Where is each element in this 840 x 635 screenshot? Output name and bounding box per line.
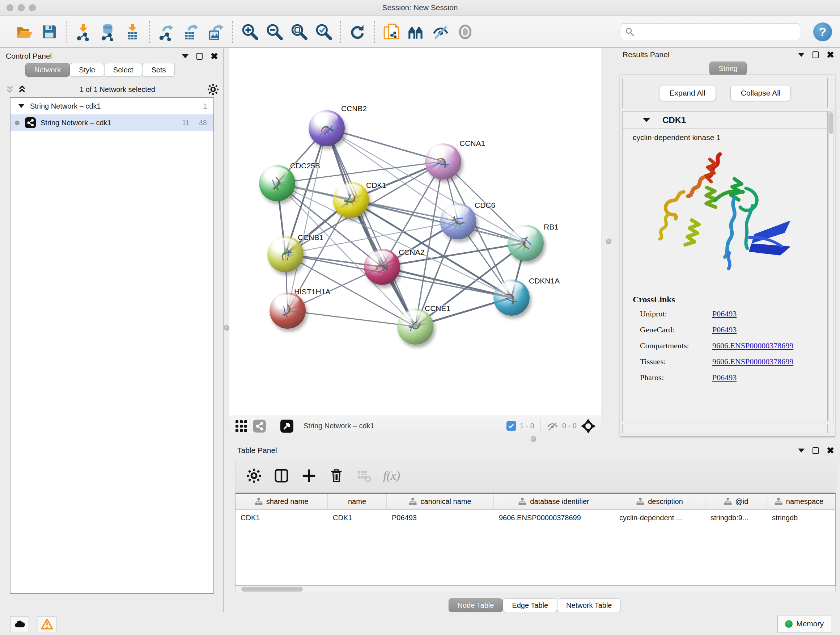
hide-selected-button[interactable] xyxy=(431,22,450,42)
delete-column-trash-icon[interactable] xyxy=(328,467,345,484)
clone-network-button[interactable] xyxy=(382,22,401,42)
node-gloss-highlight xyxy=(370,251,393,262)
import-table-button[interactable] xyxy=(123,22,142,42)
export-image-button[interactable] xyxy=(206,22,225,42)
maximize-panel-icon[interactable] xyxy=(813,447,819,454)
left-splitter-handle[interactable] xyxy=(224,325,229,331)
refresh-network-button[interactable] xyxy=(347,22,367,42)
table-row[interactable]: CDK1CDK1P064939606.ENSP00000378699cyclin… xyxy=(235,510,835,526)
network-node-CDC25B[interactable] xyxy=(259,165,295,201)
tab-sets[interactable]: Sets xyxy=(142,63,175,77)
network-node-HIST1H1A[interactable] xyxy=(270,293,306,329)
tab-edge-table[interactable]: Edge Table xyxy=(503,599,557,612)
column-header-name[interactable]: name xyxy=(328,494,387,509)
crosslink-link[interactable]: P06493 xyxy=(712,325,737,334)
results-scrollbar[interactable] xyxy=(829,111,834,421)
table-horizontal-scrollbar[interactable] xyxy=(235,586,836,593)
zoom-fit-button[interactable] xyxy=(289,22,309,42)
gene-entry-header[interactable]: CDK1 xyxy=(622,111,827,129)
help-button[interactable]: ? xyxy=(813,22,832,41)
close-panel-icon[interactable]: ✖ xyxy=(210,52,218,60)
network-node-CCNA1[interactable] xyxy=(425,143,461,180)
table-scrollbar-thumb[interactable] xyxy=(241,587,303,592)
table-options-gear-icon[interactable] xyxy=(246,467,262,484)
network-node-CDC6[interactable] xyxy=(440,203,476,239)
warnings-button[interactable] xyxy=(38,616,57,632)
tab-style[interactable]: Style xyxy=(70,63,104,77)
create-column-plus-icon[interactable] xyxy=(301,467,317,484)
graphics-details-button[interactable] xyxy=(406,22,426,42)
column-header-namespace[interactable]: namespace xyxy=(767,494,831,509)
network-badge-icon[interactable] xyxy=(253,419,266,433)
entry-expand-icon[interactable] xyxy=(643,118,650,122)
collapse-all-icon[interactable] xyxy=(4,83,16,96)
show-hidden-button[interactable] xyxy=(455,22,475,42)
maximize-panel-icon[interactable] xyxy=(813,51,819,58)
network-node-CCNA2[interactable] xyxy=(364,249,400,285)
maximize-panel-icon[interactable] xyxy=(196,53,202,60)
column-header-canonicalname[interactable]: canonical name xyxy=(387,494,494,509)
crosslink-link[interactable]: 9606.ENSP00000378699 xyxy=(712,357,793,366)
tab-string[interactable]: String xyxy=(709,62,746,75)
network-canvas[interactable]: CCNB2CCNA1CDC25BCDK1CDC6RB1CCNB1CCNA2CDK… xyxy=(229,48,601,416)
table-cell: cyclin-dependent ... xyxy=(614,510,706,526)
collection-expand-icon[interactable] xyxy=(19,104,24,108)
import-network-button[interactable] xyxy=(73,22,93,42)
node-gloss-highlight xyxy=(446,205,469,216)
zoom-in-button[interactable] xyxy=(240,22,259,42)
right-splitter[interactable] xyxy=(601,48,616,440)
crosslink-link[interactable]: P06493 xyxy=(712,309,737,318)
selected-checkbox-icon[interactable] xyxy=(507,421,516,431)
crosslink-link[interactable]: 9606.ENSP00000378699 xyxy=(712,341,793,350)
birds-eye-crosshair-icon[interactable] xyxy=(580,418,596,434)
grid-view-icon[interactable] xyxy=(234,419,248,433)
column-header-databaseidentifier[interactable]: database identifier xyxy=(494,494,614,509)
results-scrollbar-thumb[interactable] xyxy=(829,112,833,134)
right-splitter-handle[interactable] xyxy=(606,239,611,244)
column-header-label: shared name xyxy=(266,497,309,506)
open-session-button[interactable] xyxy=(15,22,34,42)
network-node-CDKN1A[interactable] xyxy=(493,279,530,316)
network-collection-row[interactable]: String Network – cdk1 1 xyxy=(11,98,213,114)
collection-count: 1 xyxy=(203,102,207,111)
tab-network-table[interactable]: Network Table xyxy=(557,599,621,612)
float-panel-icon[interactable] xyxy=(182,54,188,58)
network-node-CDK1[interactable] xyxy=(333,182,369,218)
cloud-status-button[interactable] xyxy=(10,616,29,632)
export-network-button[interactable] xyxy=(156,22,176,42)
network-node-CCNE1[interactable] xyxy=(397,309,433,345)
network-options-gear-icon[interactable] xyxy=(207,83,219,96)
network-row[interactable]: String Network – cdk1 1148 xyxy=(11,114,213,131)
save-icon xyxy=(40,23,58,41)
close-panel-icon[interactable]: ✖ xyxy=(827,447,834,454)
export-image-icon xyxy=(207,23,225,41)
collapse-all-button[interactable]: Collapse All xyxy=(730,85,791,101)
column-header-id[interactable]: @id xyxy=(706,494,767,509)
network-node-CCNB2[interactable] xyxy=(309,110,345,146)
import-database-button[interactable] xyxy=(98,22,118,42)
zoom-out-button[interactable] xyxy=(264,22,284,42)
expand-all-button[interactable]: Expand All xyxy=(659,85,716,101)
column-header-sharedname[interactable]: shared name xyxy=(235,494,328,509)
tab-node-table[interactable]: Node Table xyxy=(448,599,503,612)
crosslink-link[interactable]: P06493 xyxy=(712,373,737,382)
bottom-splitter-handle[interactable] xyxy=(531,436,536,442)
tab-network[interactable]: Network xyxy=(25,63,70,77)
node-gloss-highlight xyxy=(265,167,288,178)
show-columns-icon[interactable] xyxy=(273,467,290,484)
float-panel-icon[interactable] xyxy=(798,53,805,57)
network-node-RB1[interactable] xyxy=(508,225,544,261)
hidden-eye-slash-icon[interactable] xyxy=(546,420,559,432)
tab-select[interactable]: Select xyxy=(104,63,142,77)
memory-button[interactable]: Memory xyxy=(777,615,831,632)
float-panel-icon[interactable] xyxy=(798,448,805,453)
left-splitter[interactable] xyxy=(224,48,229,612)
search-input[interactable] xyxy=(638,28,800,36)
export-view-icon[interactable] xyxy=(279,419,294,433)
expand-all-icon[interactable] xyxy=(16,83,28,96)
column-header-description[interactable]: description xyxy=(614,494,706,509)
close-panel-icon[interactable]: ✖ xyxy=(827,51,834,58)
export-table-button[interactable] xyxy=(181,22,201,42)
zoom-selected-button[interactable] xyxy=(314,22,333,42)
save-session-button[interactable] xyxy=(39,22,59,42)
